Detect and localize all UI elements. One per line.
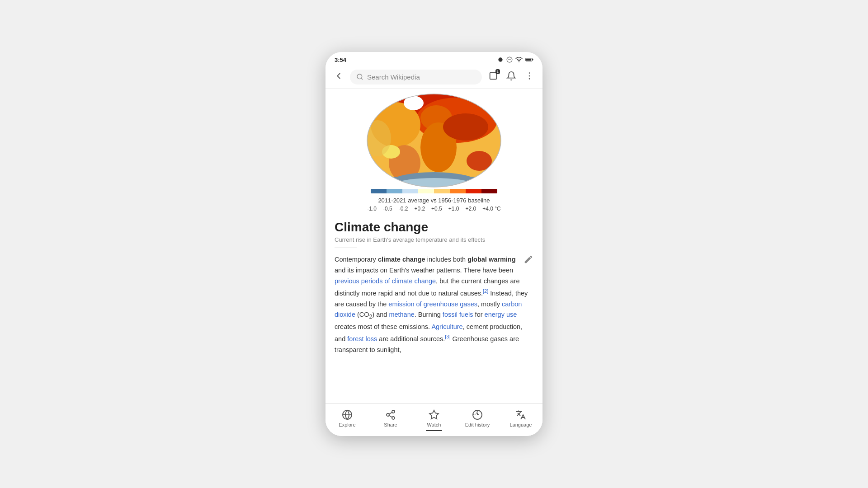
watch-star-icon bbox=[429, 409, 439, 420]
link-agriculture[interactable]: Agriculture bbox=[431, 323, 462, 330]
nav-explore-label: Explore bbox=[339, 422, 355, 427]
link-emission-greenhouse[interactable]: emission of greenhouse gases bbox=[388, 300, 477, 308]
scale-label-7: +4.0 °C bbox=[482, 206, 501, 212]
svg-rect-8 bbox=[490, 73, 497, 80]
svg-point-33 bbox=[392, 410, 395, 413]
tab-count: 1 bbox=[495, 69, 500, 74]
svg-point-6 bbox=[357, 74, 362, 79]
svg-rect-4 bbox=[526, 59, 532, 61]
nav-language[interactable]: Language bbox=[507, 409, 534, 427]
world-map[interactable] bbox=[366, 93, 502, 188]
map-scale-labels: -1.0 -0.5 -0.2 +0.2 +0.5 +1.0 +2.0 +4.0 … bbox=[367, 206, 500, 212]
scale-label-1: -0.5 bbox=[383, 206, 392, 212]
svg-point-9 bbox=[529, 72, 530, 74]
notifications-button[interactable] bbox=[505, 69, 518, 84]
article-title: Climate change bbox=[335, 220, 533, 235]
scale-label-6: +2.0 bbox=[465, 206, 476, 212]
search-icon bbox=[356, 73, 363, 80]
svg-point-11 bbox=[529, 78, 530, 80]
color-scale-bar bbox=[371, 189, 497, 193]
link-energy-use[interactable]: energy use bbox=[485, 311, 517, 318]
article-content-area[interactable]: 2011-2021 average vs 1956-1976 baseline … bbox=[326, 89, 542, 436]
nav-language-label: Language bbox=[510, 422, 532, 427]
temperature-map-svg bbox=[366, 93, 502, 188]
record-icon bbox=[497, 56, 504, 63]
article-intro-paragraph: Contemporary climate change includes bot… bbox=[335, 254, 533, 356]
svg-point-35 bbox=[392, 417, 395, 419]
scale-label-4: +0.5 bbox=[431, 206, 442, 212]
svg-line-36 bbox=[389, 415, 392, 417]
scale-label-2: -0.2 bbox=[399, 206, 408, 212]
nav-explore[interactable]: Explore bbox=[334, 409, 361, 427]
more-options-button[interactable] bbox=[523, 69, 536, 84]
edit-icon[interactable] bbox=[524, 254, 533, 268]
search-bar[interactable]: Search Wikipedia bbox=[350, 70, 482, 84]
scale-label-3: +0.2 bbox=[414, 206, 425, 212]
article-subtitle: Current rise in Earth's average temperat… bbox=[335, 236, 533, 243]
status-bar: 3:54 bbox=[326, 52, 542, 66]
article-divider bbox=[335, 248, 357, 248]
battery-icon bbox=[525, 57, 533, 62]
link-methane[interactable]: methane bbox=[389, 311, 414, 318]
link-fossil-fuels[interactable]: fossil fuels bbox=[443, 311, 473, 318]
top-bar-actions: 1 bbox=[486, 69, 536, 84]
scale-label-5: +1.0 bbox=[448, 206, 459, 212]
nav-edit-history-label: Edit history bbox=[465, 422, 490, 427]
svg-line-37 bbox=[389, 412, 392, 414]
share-icon bbox=[385, 409, 396, 420]
nav-share[interactable]: Share bbox=[377, 409, 404, 427]
link-forest-loss[interactable]: forest loss bbox=[347, 335, 377, 343]
status-icons bbox=[497, 56, 533, 63]
ref-3[interactable]: [3] bbox=[445, 334, 450, 339]
edit-history-icon bbox=[472, 409, 483, 420]
globe-icon bbox=[342, 409, 353, 420]
minus-circle-icon bbox=[506, 56, 513, 63]
article-body: Climate change Current rise in Earth's a… bbox=[326, 214, 542, 392]
status-time: 3:54 bbox=[335, 56, 346, 63]
map-section: 2011-2021 average vs 1956-1976 baseline … bbox=[326, 89, 542, 214]
scale-label-0: -1.0 bbox=[367, 206, 377, 212]
bottom-navigation: Explore Share Watch bbox=[326, 404, 542, 436]
ref-2[interactable]: [2] bbox=[483, 288, 488, 294]
nav-watch[interactable]: Watch bbox=[420, 409, 448, 427]
svg-point-10 bbox=[529, 75, 530, 77]
svg-rect-5 bbox=[532, 59, 533, 61]
svg-line-7 bbox=[361, 78, 363, 80]
nav-watch-label: Watch bbox=[427, 422, 441, 427]
back-button[interactable] bbox=[332, 69, 345, 84]
translate-icon bbox=[515, 409, 526, 420]
search-placeholder: Search Wikipedia bbox=[367, 73, 420, 81]
co2-subscript: 2 bbox=[369, 314, 373, 320]
svg-point-24 bbox=[443, 113, 488, 141]
link-previous-periods[interactable]: previous periods of climate change bbox=[335, 277, 436, 285]
svg-marker-38 bbox=[429, 410, 439, 419]
bold-global-warming: global warming bbox=[467, 256, 515, 263]
svg-point-34 bbox=[387, 413, 389, 416]
bold-climate-change: climate change bbox=[378, 256, 425, 263]
map-caption: 2011-2021 average vs 1956-1976 baseline bbox=[378, 197, 490, 204]
svg-point-0 bbox=[498, 57, 502, 61]
wifi-icon bbox=[515, 56, 523, 63]
nav-share-label: Share bbox=[384, 422, 397, 427]
tab-button[interactable]: 1 bbox=[486, 69, 500, 84]
top-bar: Search Wikipedia 1 bbox=[326, 66, 542, 89]
nav-edit-history[interactable]: Edit history bbox=[464, 409, 491, 427]
